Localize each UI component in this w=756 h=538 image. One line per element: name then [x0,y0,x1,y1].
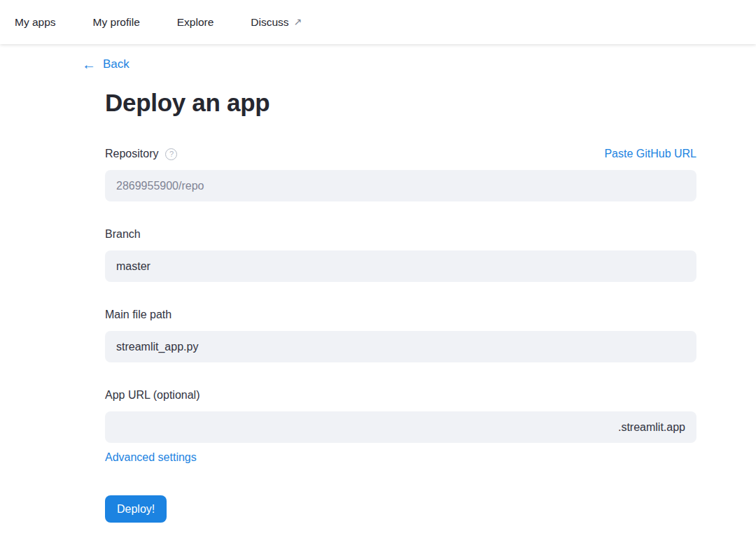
app-url-input-wrap[interactable]: .streamlit.app [105,411,696,443]
back-arrow-icon: ← [82,57,96,71]
nav-item-discuss[interactable]: Discuss ↗ [251,16,302,29]
app-url-input[interactable] [116,411,618,443]
external-link-icon: ↗ [294,16,302,27]
app-url-suffix: .streamlit.app [618,421,685,434]
repository-label: Repository [105,148,158,160]
app-url-label-row: App URL (optional) [105,389,696,402]
branch-label: Branch [105,228,141,241]
repository-field: Repository ? Paste GitHub URL [105,148,696,201]
advanced-settings-link[interactable]: Advanced settings [105,451,197,464]
paste-github-url-link[interactable]: Paste GitHub URL [604,148,696,160]
repository-label-group: Repository ? [105,148,177,160]
deploy-button[interactable]: Deploy! [105,495,167,523]
nav-item-explore[interactable]: Explore [177,16,214,29]
back-link[interactable]: ← Back [82,57,130,71]
nav-item-my-apps[interactable]: My apps [15,16,56,29]
page-title: Deploy an app [105,89,696,117]
top-nav: My apps My profile Explore Discuss ↗ [0,0,756,44]
back-label: Back [103,57,130,71]
nav-item-my-profile[interactable]: My profile [93,16,140,29]
help-icon[interactable]: ? [165,148,177,160]
main-file-path-input[interactable] [105,331,696,362]
main-file-path-field: Main file path [105,309,696,362]
app-url-label: App URL (optional) [105,389,200,402]
branch-label-row: Branch [105,228,696,241]
app-url-field: App URL (optional) .streamlit.app [105,389,696,443]
repository-input[interactable] [105,170,696,201]
branch-input[interactable] [105,250,696,282]
repository-label-row: Repository ? Paste GitHub URL [105,148,696,160]
deploy-page: ← Back Deploy an app Repository ? Paste … [105,44,696,523]
main-file-path-label-row: Main file path [105,309,696,321]
nav-item-discuss-label: Discuss [251,16,288,29]
main-file-path-label: Main file path [105,309,172,321]
branch-field: Branch [105,228,696,282]
